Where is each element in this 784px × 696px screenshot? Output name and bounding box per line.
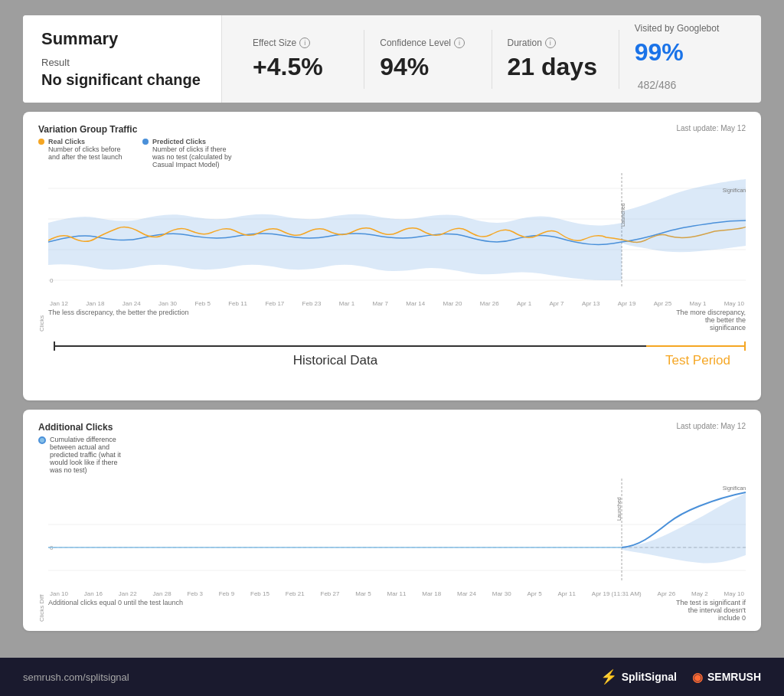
traffic-chart-svg: 0 Launched Significant bbox=[48, 173, 746, 296]
effect-size-info-icon[interactable]: i bbox=[299, 38, 310, 48]
metric-googlebot-value: 99% 482/486 bbox=[635, 38, 730, 95]
test-period-bar bbox=[646, 345, 746, 347]
additional-chart-area: 0 Launched Significant Jan 10 Jan 16 bbox=[48, 479, 746, 622]
traffic-chart-note-left: The less discrepancy, the better the pre… bbox=[48, 309, 188, 332]
metric-effect-size-value: +4.5% bbox=[253, 53, 348, 81]
metric-effect-size-label: Effect Size i bbox=[253, 38, 348, 48]
test-period-label: Test Period bbox=[665, 353, 730, 368]
semrush-logo: ◉ SEMRUSH bbox=[692, 670, 761, 685]
chart-panel-traffic: Variation Group Traffic Real Clicks Numb… bbox=[23, 112, 761, 400]
historical-bar bbox=[54, 345, 646, 347]
period-bar bbox=[38, 345, 746, 347]
metric-confidence-value: 94% bbox=[380, 53, 475, 81]
semrush-icon: ◉ bbox=[692, 670, 703, 685]
chart-legend-traffic: Real Clicks Number of clicks before and … bbox=[38, 138, 234, 168]
svg-text:Significant: Significant bbox=[723, 485, 746, 492]
summary-result-value: No significant change bbox=[41, 71, 203, 89]
additional-chart-notes: Additional clicks equal 0 until the test… bbox=[48, 599, 746, 622]
legend-additional-clicks: Cumulative difference between actual and… bbox=[38, 436, 130, 474]
duration-info-icon[interactable]: i bbox=[545, 38, 556, 48]
legend-real-clicks: Real Clicks Number of clicks before and … bbox=[38, 138, 130, 168]
chart-header-traffic: Variation Group Traffic Real Clicks Numb… bbox=[38, 124, 746, 168]
additional-chart-dates: Jan 10 Jan 16 Jan 22 Jan 28 Feb 3 Feb 9 … bbox=[48, 590, 746, 597]
metric-googlebot-label: Visited by Googlebot bbox=[635, 23, 730, 34]
metric-googlebot-suffix: 482/486 bbox=[638, 79, 677, 91]
chart-last-update-traffic: Last update: May 12 bbox=[676, 124, 746, 132]
period-labels: Historical Data Test Period bbox=[38, 353, 746, 368]
legend-dot-orange bbox=[38, 139, 44, 145]
traffic-chart-dates: Jan 12 Jan 18 Jan 24 Jan 30 Feb 5 Feb 11… bbox=[48, 300, 746, 307]
footer: semrush.com/splitsignal ⚡ SplitSignal ◉ … bbox=[0, 658, 784, 696]
additional-y-axis-label: Clicks Diff bbox=[38, 479, 45, 622]
summary-left: Summary Result No significant change bbox=[23, 15, 222, 103]
chart-additional-left: Additional Clicks Cumulative difference … bbox=[38, 422, 130, 474]
metric-duration: Duration i 21 days bbox=[492, 30, 619, 89]
summary-title: Summary bbox=[41, 29, 203, 49]
traffic-chart-note-right: The more discrepancy, the better the sig… bbox=[669, 309, 746, 332]
chart-title-additional: Additional Clicks bbox=[38, 422, 130, 433]
splitsignal-icon: ⚡ bbox=[600, 668, 617, 685]
legend-dot-blue bbox=[142, 139, 149, 145]
metric-confidence: Confidence Level i 94% bbox=[364, 30, 492, 89]
historical-start-tick bbox=[54, 341, 55, 351]
traffic-y-axis-label: Clicks bbox=[38, 173, 45, 332]
additional-chart-note-right: The test is significant if the interval … bbox=[669, 599, 746, 622]
chart-additional-container: Clicks Diff 0 bbox=[38, 479, 746, 622]
summary-result-label: Result bbox=[41, 57, 203, 68]
traffic-chart-notes: The less discrepancy, the better the pre… bbox=[48, 309, 746, 332]
metric-duration-value: 21 days bbox=[508, 53, 603, 81]
period-section: Historical Data Test Period bbox=[38, 332, 746, 391]
summary-bar: Summary Result No significant change Eff… bbox=[23, 15, 761, 103]
chart-title-traffic: Variation Group Traffic bbox=[38, 124, 234, 135]
chart-header-additional: Additional Clicks Cumulative difference … bbox=[38, 422, 746, 474]
metric-effect-size: Effect Size i +4.5% bbox=[237, 30, 364, 89]
svg-text:Launched: Launched bbox=[616, 497, 622, 521]
confidence-info-icon[interactable]: i bbox=[454, 38, 465, 48]
chart-traffic-container: Clicks 0 bbox=[38, 173, 746, 332]
historical-label: Historical Data bbox=[293, 353, 378, 368]
summary-metrics: Effect Size i +4.5% Confidence Level i 9… bbox=[222, 15, 761, 103]
legend-predicted-clicks: Predicted Clicks Number of clicks if the… bbox=[142, 138, 234, 168]
svg-text:Significant: Significant bbox=[723, 188, 746, 194]
test-end-tick bbox=[744, 341, 746, 351]
chart-last-update-additional: Last update: May 12 bbox=[676, 422, 746, 430]
metric-duration-label: Duration i bbox=[508, 38, 603, 48]
svg-text:0: 0 bbox=[50, 277, 54, 284]
metric-confidence-label: Confidence Level i bbox=[380, 38, 475, 48]
traffic-chart-area: 0 Launched Significant Ja bbox=[48, 173, 746, 332]
footer-url: semrush.com/splitsignal bbox=[23, 671, 129, 683]
splitsignal-logo: ⚡ SplitSignal bbox=[600, 668, 677, 685]
chart-left-header: Variation Group Traffic Real Clicks Numb… bbox=[38, 124, 234, 168]
additional-chart-svg: 0 Launched Significant bbox=[48, 479, 746, 586]
svg-text:Launched: Launched bbox=[620, 203, 626, 227]
legend-dot-light-blue bbox=[38, 436, 46, 444]
footer-logos: ⚡ SplitSignal ◉ SEMRUSH bbox=[600, 668, 761, 685]
chart-legend-additional: Cumulative difference between actual and… bbox=[38, 436, 130, 474]
additional-chart-note-left: Additional clicks equal 0 until the test… bbox=[48, 599, 183, 622]
chart-panel-additional: Additional Clicks Cumulative difference … bbox=[23, 410, 761, 631]
metric-googlebot: Visited by Googlebot 99% 482/486 bbox=[619, 15, 746, 103]
